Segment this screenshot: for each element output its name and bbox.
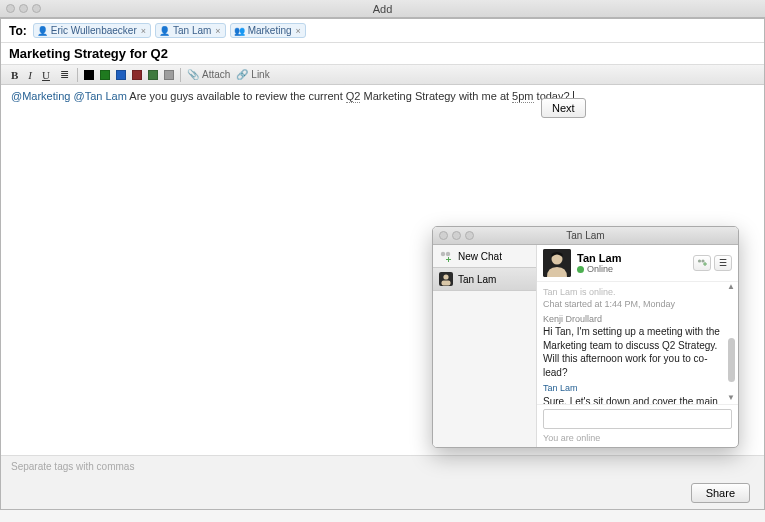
- recipient-name: Eric Wullenbaecker: [51, 25, 137, 36]
- to-field[interactable]: To: 👤 Eric Wullenbaecker × 👤 Tan Lam × 👥…: [1, 19, 764, 43]
- paperclip-icon: 📎: [187, 69, 199, 80]
- remove-icon[interactable]: ×: [141, 26, 146, 36]
- recipient-name: Tan Lam: [173, 25, 211, 36]
- person-icon: 👤: [37, 26, 48, 36]
- chat-prior-status: Tan Lam is online.: [543, 286, 720, 298]
- bold-button[interactable]: B: [9, 69, 20, 81]
- chat-contact-status: Online: [577, 264, 621, 274]
- recipient-name: Marketing: [248, 25, 292, 36]
- mention[interactable]: @Marketing: [11, 90, 70, 102]
- new-chat-button[interactable]: New Chat: [433, 245, 536, 267]
- link-icon: 🔗: [236, 69, 248, 80]
- color-blue[interactable]: [116, 70, 126, 80]
- new-chat-icon: [439, 249, 453, 263]
- body-text: Are you guys available to review the cur…: [129, 90, 345, 102]
- avatar: [543, 249, 571, 277]
- chat-started-label: Chat started at 1:44 PM, Monday: [543, 298, 720, 310]
- compose-footer: Share: [1, 477, 764, 509]
- toolbar-separator: [77, 68, 78, 82]
- chat-titlebar: Tan Lam: [433, 227, 738, 245]
- chat-window: Tan Lam New Chat Tan Lam: [432, 226, 739, 448]
- chat-input-area: [537, 404, 738, 433]
- svg-point-9: [698, 259, 701, 262]
- main-titlebar: Add: [0, 0, 765, 18]
- person-icon: 👤: [159, 26, 170, 36]
- svg-rect-12: [703, 264, 707, 265]
- chat-sender: Kenji Droullard: [543, 313, 720, 325]
- body-text: Marketing Strategy with me at: [364, 90, 513, 102]
- underline-button[interactable]: U: [40, 69, 52, 81]
- scroll-up-icon[interactable]: ▲: [727, 282, 735, 293]
- link-label: Link: [251, 69, 269, 80]
- subject-input[interactable]: [9, 46, 756, 61]
- scroll-down-icon[interactable]: ▼: [727, 393, 735, 404]
- chat-header-info: Tan Lam Online: [577, 252, 621, 274]
- chat-input[interactable]: [543, 409, 732, 429]
- svg-point-5: [443, 274, 448, 279]
- bullet-list-button[interactable]: ≣: [58, 68, 71, 81]
- chat-sidebar: New Chat Tan Lam: [433, 245, 537, 447]
- remove-icon[interactable]: ×: [296, 26, 301, 36]
- remove-icon[interactable]: ×: [215, 26, 220, 36]
- attach-label: Attach: [202, 69, 230, 80]
- mention[interactable]: @Tan Lam: [74, 90, 127, 102]
- chat-invite-button[interactable]: [693, 255, 711, 271]
- toolbar-separator: [180, 68, 181, 82]
- status-dot-icon: [577, 266, 584, 273]
- next-button[interactable]: Next: [541, 98, 586, 118]
- attach-button[interactable]: 📎 Attach: [187, 69, 230, 80]
- chat-main: Tan Lam Online ☰ ▲ Tan Lam is online. Ch…: [537, 245, 738, 447]
- sidebar-chat-name: Tan Lam: [458, 274, 496, 285]
- chat-footer-status: You are online: [537, 433, 738, 447]
- color-darkred[interactable]: [132, 70, 142, 80]
- group-icon: 👥: [234, 26, 245, 36]
- color-gray[interactable]: [164, 70, 174, 80]
- smart-highlight[interactable]: 5pm: [512, 90, 533, 103]
- link-button[interactable]: 🔗 Link: [236, 69, 269, 80]
- recipient-token[interactable]: 👤 Eric Wullenbaecker ×: [33, 23, 151, 38]
- chat-header: Tan Lam Online ☰: [537, 245, 738, 282]
- italic-button[interactable]: I: [26, 69, 34, 81]
- chat-sender: Tan Lam: [543, 382, 720, 394]
- recipient-token[interactable]: 👤 Tan Lam ×: [155, 23, 226, 38]
- share-button[interactable]: Share: [691, 483, 750, 503]
- sidebar-chat-item[interactable]: Tan Lam: [433, 267, 536, 291]
- tags-input[interactable]: Separate tags with commas: [1, 455, 764, 477]
- svg-rect-6: [442, 281, 451, 286]
- svg-point-1: [446, 252, 450, 256]
- recipient-token-group[interactable]: 👥 Marketing ×: [230, 23, 306, 38]
- svg-point-0: [441, 252, 445, 256]
- color-green[interactable]: [100, 70, 110, 80]
- avatar-icon: [439, 272, 453, 286]
- color-black[interactable]: [84, 70, 94, 80]
- new-chat-label: New Chat: [458, 251, 502, 262]
- subject-row: [1, 43, 764, 65]
- smart-highlight[interactable]: Q2: [346, 90, 361, 103]
- window-title: Add: [0, 3, 765, 15]
- scrollbar-thumb[interactable]: [728, 338, 735, 382]
- to-label: To:: [9, 24, 27, 38]
- svg-rect-3: [446, 259, 451, 260]
- chat-body: New Chat Tan Lam Tan Lam Online: [433, 245, 738, 447]
- chat-contact-name: Tan Lam: [577, 252, 621, 264]
- status-text: Online: [587, 264, 613, 274]
- chat-header-actions: ☰: [693, 255, 732, 271]
- chat-menu-button[interactable]: ☰: [714, 255, 732, 271]
- chat-message: Hi Tan, I'm setting up a meeting with th…: [543, 325, 720, 379]
- format-toolbar: B I U ≣ 📎 Attach 🔗 Link: [1, 65, 764, 85]
- chat-message: Sure. Let's sit down and cover the main …: [543, 395, 720, 404]
- chat-window-title: Tan Lam: [433, 230, 738, 241]
- color-darkgreen[interactable]: [148, 70, 158, 80]
- svg-point-10: [701, 259, 704, 262]
- chat-thread[interactable]: ▲ Tan Lam is online. Chat started at 1:4…: [537, 282, 738, 404]
